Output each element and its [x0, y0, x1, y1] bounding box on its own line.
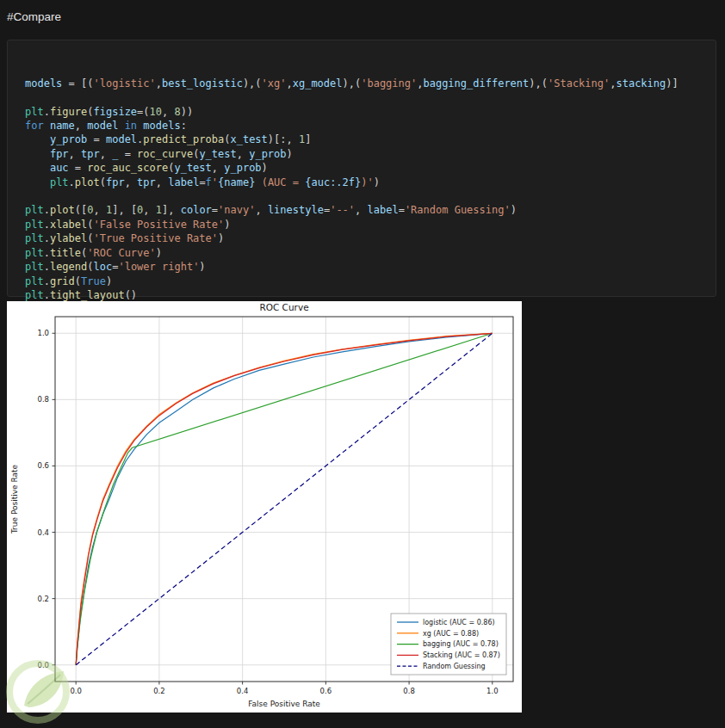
- code-line: plt.ylabel('True Positive Rate'): [25, 231, 716, 245]
- y-tick-label: 0.2: [37, 595, 49, 603]
- legend-label-Stacking: Stacking (AUC = 0.87): [423, 651, 500, 659]
- code-line: fpr, tpr, _ = roc_curve(y_test, y_prob): [25, 147, 716, 161]
- markdown-cell[interactable]: #Compare: [7, 5, 718, 28]
- x-tick-label: 0.6: [320, 687, 332, 695]
- code-line: plt.plot(fpr, tpr, label=f'{name} (AUC =…: [25, 176, 716, 189]
- x-tick-label: 1.0: [486, 687, 499, 695]
- code-line: y_prob = model.predict_proba(x_test)[:, …: [25, 133, 716, 146]
- code-lines: models = [('logistic',best_logistic),('x…: [25, 77, 716, 317]
- code-line: plt.figure(figsize=(10, 8)): [25, 105, 716, 119]
- code-cell[interactable]: models = [('logistic',best_logistic),('x…: [7, 40, 716, 297]
- code-line: plt.legend(loc='lower right'): [25, 260, 716, 274]
- y-axis-label: True Positive Rate: [10, 464, 19, 534]
- x-axis-label: False Positive Rate: [248, 700, 320, 708]
- x-tick-label: 0.0: [70, 687, 82, 695]
- code-line: plt.grid(True): [25, 275, 716, 288]
- code-line: [25, 90, 716, 104]
- y-tick-label: 0.8: [37, 395, 49, 404]
- chart-title: ROC Curve: [259, 302, 308, 312]
- code-line: plt.plot([0, 1], [0, 1], color='navy', l…: [25, 203, 716, 217]
- roc-figure-output: 0.00.20.40.60.81.00.00.20.40.60.81.0ROC …: [7, 301, 522, 713]
- code-line: plt.title('ROC Curve'): [25, 246, 716, 260]
- code-line: plt.xlabel('False Positive Rate'): [25, 218, 716, 231]
- code-line: for name, model in models:: [25, 119, 716, 133]
- legend-label-xg: xg (AUC = 0.88): [423, 630, 479, 638]
- x-tick-label: 0.8: [403, 687, 415, 695]
- roc-figure-svg: 0.00.20.40.60.81.00.00.20.40.60.81.0ROC …: [7, 301, 522, 713]
- y-tick-label: 0.0: [37, 661, 49, 669]
- code-line: auc = roc_auc_score(y_test, y_prob): [25, 161, 716, 175]
- legend-label-random: Random Guessing: [423, 663, 486, 670]
- markdown-cell-text: #Compare: [7, 10, 61, 23]
- code-line: [25, 189, 716, 203]
- code-line: models = [('logistic',best_logistic),('x…: [25, 77, 716, 90]
- x-tick-label: 0.4: [237, 687, 249, 695]
- legend-label-logistic: logistic (AUC = 0.86): [423, 619, 495, 626]
- y-tick-label: 0.4: [37, 528, 49, 537]
- code-line: plt.tight_layout(): [25, 288, 716, 302]
- legend-label-bagging: bagging (AUC = 0.78): [423, 640, 499, 648]
- y-tick-label: 1.0: [37, 329, 49, 337]
- y-tick-label: 0.6: [37, 461, 49, 470]
- notebook-page: { "page": { "background": "#171717", "ce…: [0, 0, 725, 728]
- x-tick-label: 0.2: [153, 687, 165, 695]
